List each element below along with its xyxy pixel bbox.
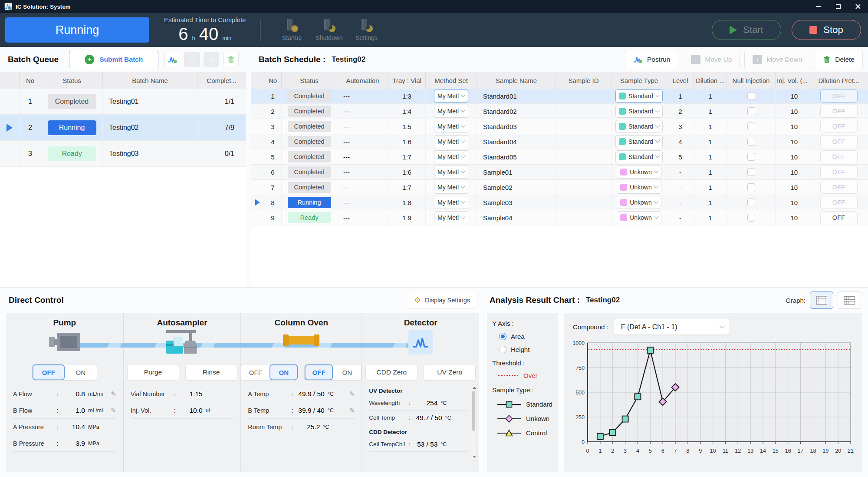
- sample-type-select[interactable]: Unkown: [617, 166, 661, 179]
- dilution-pret-button[interactable]: OFF: [820, 196, 858, 209]
- batch-queue-row[interactable]: 3ReadyTesting030/1: [0, 141, 246, 167]
- maximize-button[interactable]: [828, 0, 848, 13]
- null-injection-checkbox[interactable]: [747, 107, 755, 115]
- edit-pencil-icon[interactable]: ✎: [349, 407, 355, 414]
- delete-button[interactable]: Delete: [815, 51, 863, 68]
- batch-schedule-row[interactable]: 3Completed---1:5My MetlStandard03Standar…: [251, 119, 868, 134]
- readout-unit: mL/mi: [88, 391, 103, 397]
- batch-schedule-row[interactable]: 9Ready---1:9My MetlSample04Unkown-110OFF: [251, 210, 868, 225]
- minimize-button[interactable]: [808, 0, 828, 13]
- pump-on-button[interactable]: ON: [65, 364, 97, 380]
- method-set-select[interactable]: My Metl: [434, 181, 468, 194]
- oven-b-off-button[interactable]: OFF: [305, 364, 333, 380]
- batch-schedule-row[interactable]: 7Completed---1:7My MetlSample02Unkown-11…: [251, 180, 868, 195]
- method-set-select[interactable]: My Metl: [434, 150, 468, 163]
- dilution-pret-button[interactable]: OFF: [820, 211, 858, 224]
- dilution-pret-button[interactable]: OFF: [820, 150, 858, 163]
- queue-delete-button[interactable]: [223, 52, 239, 67]
- null-injection-checkbox[interactable]: [747, 168, 755, 176]
- method-set-select[interactable]: My Metl: [434, 120, 468, 133]
- dilution-pret-button[interactable]: OFF: [820, 120, 858, 133]
- postrun-button[interactable]: Postrun: [625, 51, 678, 68]
- close-button[interactable]: [848, 0, 868, 13]
- sample-type-select[interactable]: Unkown: [617, 181, 661, 194]
- dilution-pret-button[interactable]: OFF: [820, 89, 858, 103]
- edit-pencil-icon[interactable]: ✎: [349, 390, 355, 398]
- null-injection-checkbox[interactable]: [747, 214, 755, 222]
- batch-queue-row[interactable]: 2RunningTesting027/9: [0, 115, 246, 141]
- sample-type-select[interactable]: Unkown: [617, 211, 661, 224]
- detector-scrollbar[interactable]: [471, 384, 477, 460]
- shutdown-button[interactable]: Shutdown: [310, 19, 348, 41]
- batch-schedule-row[interactable]: 2Completed---1:4My MetlStandard02Standar…: [251, 104, 868, 119]
- null-injection-checkbox[interactable]: [747, 199, 755, 206]
- batch-schedule-row[interactable]: 8Running---1:8My MetlSample03Unkown-110O…: [251, 195, 868, 210]
- sample-type-select[interactable]: Standard: [615, 135, 663, 148]
- start-button[interactable]: Start: [712, 20, 781, 40]
- yaxis-area-radio[interactable]: Area: [499, 333, 554, 340]
- scrollbar-thumb[interactable]: [472, 391, 475, 431]
- null-injection-checkbox[interactable]: [747, 92, 755, 100]
- move-down-button[interactable]: ↓ Move Down: [744, 51, 810, 68]
- sample-type-select[interactable]: Unkown: [617, 196, 661, 209]
- move-up-button[interactable]: ↑ Move Up: [683, 51, 740, 68]
- startup-button[interactable]: Startup: [273, 19, 310, 41]
- method-set-select[interactable]: My Metl: [434, 105, 468, 118]
- row-gutter: [0, 89, 19, 114]
- method-set-select[interactable]: My Metl: [434, 211, 468, 224]
- sample-type-select[interactable]: Standard: [615, 150, 663, 163]
- purge-button[interactable]: Purge: [127, 364, 179, 381]
- dilution-pret-cell: OFF: [809, 195, 868, 210]
- dilution-pret-button[interactable]: OFF: [820, 181, 858, 194]
- oven-b-on-button[interactable]: ON: [333, 364, 361, 380]
- method-set-select[interactable]: My Metl: [434, 166, 468, 179]
- yaxis-height-radio[interactable]: Height: [499, 346, 554, 353]
- system-status-button[interactable]: Running: [5, 17, 149, 43]
- submit-batch-button[interactable]: + Submit Batch: [69, 51, 158, 68]
- oven-a-on-button[interactable]: ON: [270, 364, 298, 380]
- queue-move-up-button[interactable]: ↑: [184, 52, 200, 67]
- edit-pencil-icon[interactable]: ✎: [111, 407, 116, 414]
- dilution-pret-button[interactable]: OFF: [820, 105, 858, 118]
- dilution-pret-button[interactable]: OFF: [820, 135, 858, 148]
- oven-a-off-button[interactable]: OFF: [241, 364, 270, 380]
- schedule-no: 3: [264, 119, 281, 134]
- dilution-pret-cell: OFF: [809, 180, 868, 195]
- uv-zero-button[interactable]: UV Zero: [424, 364, 476, 381]
- null-injection-checkbox[interactable]: [747, 123, 755, 130]
- null-injection-checkbox[interactable]: [747, 153, 755, 161]
- method-set-select[interactable]: My Metl: [434, 196, 468, 209]
- method-set-select[interactable]: My Metl: [434, 89, 468, 103]
- queue-status-cell: Running: [41, 115, 102, 140]
- pump-power-toggle: OFF ON: [32, 364, 97, 381]
- cdd-zero-button[interactable]: CDD Zero: [365, 364, 418, 381]
- graph-single-button[interactable]: [810, 292, 833, 309]
- sample-type-select[interactable]: Standard: [615, 89, 663, 103]
- stop-label: Stop: [823, 24, 843, 36]
- sample-type-select[interactable]: Standard: [615, 105, 663, 118]
- null-injection-checkbox[interactable]: [747, 138, 755, 146]
- compound-select[interactable]: F (Det A - Ch1 - 1): [614, 319, 730, 335]
- rinse-button[interactable]: Rinse: [185, 364, 237, 381]
- chromatogram-icon: [168, 56, 177, 63]
- batch-schedule-row[interactable]: 6Completed---1:6My MetlSample01Unkown-11…: [251, 165, 868, 180]
- schedule-status-cell: Completed: [281, 149, 337, 164]
- method-set-select[interactable]: My Metl: [434, 135, 468, 148]
- stop-button[interactable]: Stop: [792, 20, 861, 40]
- sample-type-select[interactable]: Standard: [615, 120, 663, 133]
- batch-schedule-row[interactable]: 5Completed---1:7My MetlStandard05Standar…: [251, 149, 868, 165]
- dilution-pret-button[interactable]: OFF: [820, 166, 858, 179]
- pump-off-button[interactable]: OFF: [33, 364, 65, 380]
- queue-move-down-button[interactable]: ↓: [204, 52, 219, 67]
- batch-queue-row[interactable]: 1CompletedTesting011/1: [0, 89, 246, 115]
- batch-schedule-row[interactable]: 1Completed---1:3My MetlStandard01Standar…: [251, 89, 868, 104]
- settings-button[interactable]: Settings: [348, 19, 385, 41]
- graph-split-button[interactable]: [838, 292, 861, 309]
- queue-postrun-button[interactable]: [164, 52, 180, 67]
- batch-schedule-row[interactable]: 4Completed---1:6My MetlStandard04Standar…: [251, 134, 868, 149]
- readout-label: B Flow: [13, 407, 56, 414]
- sample-type-legend: StandardUnkownControl: [492, 401, 554, 437]
- null-injection-checkbox[interactable]: [747, 183, 755, 191]
- edit-pencil-icon[interactable]: ✎: [111, 390, 116, 398]
- display-settings-button[interactable]: ⚙ Display Settings: [407, 292, 477, 308]
